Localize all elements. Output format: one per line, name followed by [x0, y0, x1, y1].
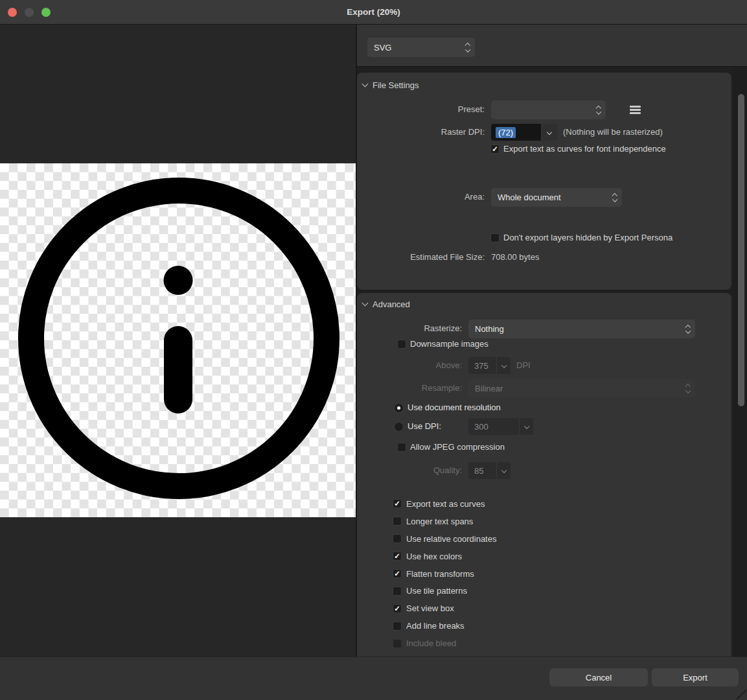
option-add-line-breaks[interactable]: Add line breaks [393, 617, 496, 635]
advanced-card: Advanced Rasterize: Nothing Downsample i… [357, 293, 731, 657]
resample-select: Bilinear [468, 379, 695, 397]
checkbox[interactable] [490, 233, 500, 242]
chevron-down-icon [496, 357, 511, 374]
dont-export-hidden-checkbox-row[interactable]: Don't export layers hidden by Export Per… [490, 233, 672, 243]
stepper-chevrons-icon [597, 106, 601, 114]
checkbox[interactable] [393, 517, 402, 526]
quality-combo-value: 85 [468, 466, 496, 476]
chevron-down-icon [519, 418, 533, 435]
raster-dpi-field: (72) [491, 124, 557, 141]
checkbox-label: Downsample images [410, 339, 488, 349]
checkbox-label: Don't export layers hidden by Export Per… [503, 233, 672, 243]
raster-dpi-selected-text: (72) [496, 127, 516, 138]
radio-button[interactable] [394, 403, 404, 413]
use-dpi-combo-value: 300 [468, 422, 519, 432]
window-title: Export (20%) [0, 7, 747, 17]
rasterize-select-value: Nothing [475, 324, 504, 334]
option-use-relative-coordinates[interactable]: Use relative coordinates [393, 530, 496, 548]
format-band: SVG [357, 25, 747, 67]
use-document-resolution-radio-row[interactable]: Use document resolution [394, 402, 501, 413]
file-settings-card: File Settings Preset: Raster DPI: (72) (… [357, 73, 731, 290]
raster-dpi-dropdown-button[interactable] [542, 124, 557, 141]
option-use-hex-colors[interactable]: Use hex colors [393, 548, 496, 565]
export-button[interactable]: Export [652, 668, 739, 686]
area-select-value: Whole document [498, 192, 561, 202]
checkbox-label: Allow JPEG compression [410, 442, 505, 452]
checkbox[interactable] [393, 604, 402, 613]
option-use-tile-patterns[interactable]: Use tile patterns [393, 582, 496, 600]
quality-label: Quality: [362, 465, 462, 476]
preset-label: Preset: [362, 104, 485, 115]
estimated-size-label: Estimated File Size: [362, 252, 485, 262]
footer-bar: Cancel Export [0, 657, 747, 700]
scrollbar[interactable] [733, 67, 747, 657]
checkbox[interactable] [393, 622, 402, 631]
checkbox [393, 639, 402, 648]
raster-dpi-label: Raster DPI: [362, 127, 485, 137]
export-settings-panel: SVG File Settings Preset: Raster DPI: (7… [357, 25, 747, 657]
checkbox[interactable] [393, 569, 402, 578]
stepper-chevrons-icon [686, 384, 690, 392]
above-combo-value: 375 [468, 361, 496, 371]
format-select-value: SVG [374, 43, 391, 52]
window-titlebar: Export (20%) [0, 0, 747, 25]
file-settings-title: File Settings [373, 80, 419, 91]
checkbox[interactable] [393, 499, 402, 508]
transparency-checkerboard [0, 163, 356, 517]
raster-dpi-note: (Nothing will be rasterized) [563, 127, 663, 137]
chevron-down-icon [547, 130, 552, 135]
above-label: Above: [362, 360, 462, 371]
rasterize-select[interactable]: Nothing [468, 320, 695, 338]
area-label: Area: [362, 192, 485, 202]
checkbox[interactable] [397, 443, 406, 452]
area-select[interactable]: Whole document [491, 188, 622, 207]
use-dpi-radio-row[interactable]: Use DPI: [394, 421, 441, 432]
allow-jpeg-checkbox-row[interactable]: Allow JPEG compression [397, 442, 505, 452]
option-set-view-box[interactable]: Set view box [393, 600, 496, 617]
advanced-title: Advanced [373, 299, 410, 310]
svg-options-list: Export text as curves Longer text spans … [393, 495, 496, 652]
checkbox[interactable] [393, 534, 402, 543]
cancel-button[interactable]: Cancel [549, 668, 648, 686]
estimated-size-value: 708.00 bytes [491, 252, 539, 262]
option-export-text-as-curves[interactable]: Export text as curves [393, 495, 496, 513]
radio-button[interactable] [394, 422, 404, 432]
disclosure-chevron-icon [362, 300, 369, 307]
format-select[interactable]: SVG [367, 38, 475, 57]
stepper-chevrons-icon [466, 43, 470, 51]
checkbox[interactable] [393, 587, 402, 596]
above-combo: 375 [468, 357, 511, 374]
preset-menu-button[interactable] [630, 106, 641, 114]
preset-select[interactable] [491, 100, 606, 119]
chevron-down-icon [496, 462, 511, 479]
dpi-unit-label: DPI [516, 360, 531, 371]
disclosure-chevron-icon [362, 81, 369, 88]
use-dpi-combo: 300 [468, 418, 533, 435]
resample-select-value: Bilinear [475, 384, 503, 393]
option-flatten-transforms[interactable]: Flatten transforms [393, 565, 496, 583]
stepper-chevrons-icon [686, 325, 690, 333]
quality-combo: 85 [468, 462, 511, 479]
export-text-curves-checkbox-row[interactable]: Export text as curves for font independe… [490, 144, 666, 154]
preview-pane [0, 25, 356, 657]
resize-grip[interactable] [737, 690, 746, 699]
rasterize-label: Rasterize: [362, 323, 462, 334]
radio-label: Use document resolution [408, 402, 501, 413]
checkbox[interactable] [397, 340, 406, 349]
stepper-chevrons-icon [613, 194, 617, 202]
raster-dpi-input[interactable]: (72) [491, 124, 541, 141]
export-dialog: Export (20%) SVG File Settings Pres [0, 0, 747, 700]
info-circle-icon [0, 163, 356, 517]
radio-label: Use DPI: [408, 421, 441, 432]
option-include-bleed: Include bleed [393, 635, 496, 652]
checkbox[interactable] [393, 552, 402, 561]
resample-label: Resample: [362, 383, 462, 393]
checkbox-label: Export text as curves for font independe… [503, 144, 666, 154]
scrollbar-thumb[interactable] [738, 94, 744, 406]
downsample-images-checkbox-row[interactable]: Downsample images [397, 339, 488, 349]
option-longer-text-spans[interactable]: Longer text spans [393, 513, 496, 530]
checkbox[interactable] [490, 145, 500, 154]
